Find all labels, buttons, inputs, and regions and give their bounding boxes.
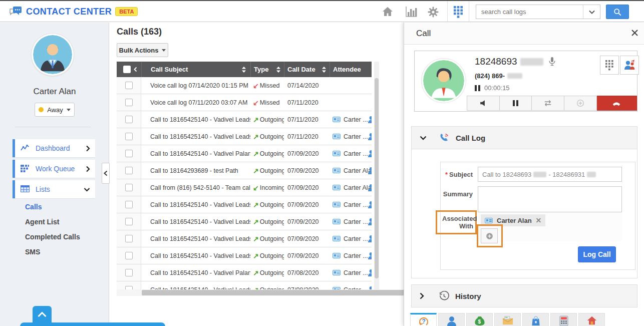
sidebar-item-lists[interactable]: Lists bbox=[13, 180, 95, 198]
call-row[interactable]: Call to 18165425140 - Vadivel Leads - le… bbox=[117, 111, 372, 128]
subnav-item[interactable]: Completed Calls bbox=[25, 233, 100, 245]
status-dropdown[interactable]: Away bbox=[35, 103, 75, 117]
call-subject: Call to 18165425140 - Vadivel Leads - PS… bbox=[150, 218, 250, 225]
subnav-item[interactable]: Calls bbox=[25, 203, 100, 215]
dialer-panel-edge[interactable] bbox=[20, 322, 165, 326]
row-checkbox[interactable] bbox=[125, 116, 133, 123]
call-subject-cell: Call to 18165425140 - Vadivel Leads - PS… bbox=[141, 230, 250, 247]
call-subject-cell: Call to 18165425140 - Vadivel Leads - PS… bbox=[141, 213, 250, 230]
bulk-actions-button[interactable]: Bulk Actions bbox=[117, 43, 168, 57]
column-header-call-subject[interactable]: Call Subject bbox=[141, 62, 250, 77]
add-call-button[interactable] bbox=[564, 96, 597, 111]
attendee-person-icon bbox=[368, 252, 372, 259]
row-checkbox[interactable] bbox=[125, 201, 133, 208]
remove-contact-icon[interactable]: ✕ bbox=[536, 216, 542, 224]
call-row[interactable]: Call from (816) 542-5140 - Team calls PS… bbox=[117, 179, 372, 196]
column-header-type[interactable]: Type bbox=[250, 62, 284, 77]
call-row[interactable]: Call to 18164293689 - test Path Outgoing… bbox=[117, 162, 372, 179]
table-header: Call Subject Type Call Date Attendee bbox=[117, 62, 372, 77]
expand-dialer-button[interactable] bbox=[33, 306, 52, 323]
subnav-item[interactable]: Agent List bbox=[25, 218, 100, 230]
vertical-scrollbar-thumb[interactable] bbox=[375, 78, 379, 278]
call-row[interactable]: Call to 18165425140 - Vadivel Leads - An… bbox=[117, 196, 372, 213]
end-call-button[interactable] bbox=[597, 96, 637, 111]
transfer-to-contact-button[interactable] bbox=[620, 56, 639, 75]
attendee-name: Carter ... bbox=[344, 218, 368, 225]
call-row[interactable]: Call to 18165425140 - Vadivel Palanivelu… bbox=[117, 264, 372, 281]
call-row[interactable]: Call to 18165425140 - Vadivel Leads- RTc… bbox=[117, 247, 372, 264]
log-call-button[interactable]: Log Call bbox=[578, 246, 616, 262]
speaker-button[interactable] bbox=[467, 96, 500, 111]
invoices-tab[interactable] bbox=[494, 313, 521, 326]
row-checkbox[interactable] bbox=[125, 218, 133, 225]
sidebar-collapse-handle[interactable] bbox=[102, 163, 110, 184]
search-button[interactable] bbox=[606, 5, 629, 19]
row-select-cell bbox=[117, 94, 141, 111]
row-checkbox[interactable] bbox=[125, 133, 133, 140]
call-type-icon bbox=[253, 150, 259, 157]
sort-icon bbox=[321, 66, 327, 73]
call-type: Outgoing bbox=[260, 150, 284, 157]
row-checkbox[interactable] bbox=[125, 252, 133, 259]
related-info-tab[interactable]: ? bbox=[410, 313, 437, 326]
call-date-cell: 07/08/2020 bbox=[284, 264, 330, 281]
column-header-call-date[interactable]: Call Date bbox=[284, 62, 330, 77]
settings-gear-icon[interactable] bbox=[427, 6, 440, 18]
call-subject: Call to 18165425140 - Vadivel Palanivelu bbox=[150, 269, 250, 276]
contact-tab[interactable] bbox=[438, 313, 465, 326]
user-avatar[interactable] bbox=[32, 34, 74, 76]
call-row[interactable]: Voice call log 07/14/2020 01:15 PM Misse… bbox=[117, 77, 372, 94]
in-call-dialpad-button[interactable] bbox=[600, 56, 619, 75]
vertical-scrollbar[interactable] bbox=[374, 62, 379, 294]
sidebar: Carter Alan Away Dashboard Work Que bbox=[0, 23, 109, 326]
close-icon[interactable] bbox=[631, 29, 640, 38]
row-select-cell bbox=[117, 179, 141, 196]
search-input[interactable] bbox=[476, 8, 583, 16]
attendee-person-icon bbox=[368, 150, 372, 157]
attendee-cell bbox=[330, 77, 372, 94]
calculator-tab[interactable] bbox=[550, 313, 577, 326]
deals-tab[interactable]: $ bbox=[466, 313, 493, 326]
row-checkbox[interactable] bbox=[125, 167, 133, 174]
search-scope-dropdown[interactable] bbox=[583, 5, 600, 19]
home-icon[interactable] bbox=[382, 6, 395, 18]
row-checkbox[interactable] bbox=[125, 150, 133, 157]
select-all-checkbox[interactable] bbox=[123, 66, 131, 73]
row-checkbox[interactable] bbox=[125, 99, 133, 106]
call-row[interactable]: Voice call log 07/11/2020 03:07 AM Misse… bbox=[117, 94, 372, 111]
sidebar-item-work-queue[interactable]: Work Queue bbox=[13, 160, 95, 178]
row-checkbox[interactable] bbox=[125, 235, 133, 242]
swap-calls-button[interactable] bbox=[532, 96, 564, 111]
call-row[interactable]: Call to 18165425140 - Vadivel Palanivelu… bbox=[117, 145, 372, 162]
brand-logo[interactable]: CONTACT CENTER BETA bbox=[9, 5, 138, 18]
call-log-section-header[interactable]: Call Log bbox=[412, 127, 637, 149]
history-section-header[interactable]: History bbox=[412, 285, 637, 307]
home-tab[interactable] bbox=[578, 313, 605, 326]
row-checkbox[interactable] bbox=[125, 184, 133, 191]
horizontal-scrollbar[interactable] bbox=[117, 289, 411, 296]
associated-with-label: Associated With bbox=[442, 215, 473, 230]
row-checkbox[interactable] bbox=[125, 269, 133, 276]
row-checkbox[interactable] bbox=[125, 82, 133, 89]
call-subject-cell: Call to 18165425140 - Vadivel Leads - le… bbox=[141, 111, 250, 128]
column-header-attendee[interactable]: Attendee bbox=[330, 62, 372, 77]
bar-chart-icon[interactable] bbox=[405, 6, 418, 18]
call-row[interactable]: Call to 18165425140 - Vadivel Leads - PS… bbox=[117, 213, 372, 230]
subject-input[interactable]: Call to 18248693 - 182486931 bbox=[478, 167, 622, 182]
search-icon bbox=[613, 8, 622, 17]
attendee-name: Carter ... bbox=[344, 252, 368, 259]
call-type-cell: Outgoing bbox=[250, 247, 284, 264]
call-row[interactable]: Call to 18165425140 - Vadivel Leads - Cu… bbox=[117, 128, 372, 145]
work-queue-grid-icon bbox=[21, 165, 30, 173]
hold-button[interactable] bbox=[500, 96, 532, 111]
call-subject-cell: Call from (816) 542-5140 - Team calls PS… bbox=[141, 179, 250, 196]
subnav-item[interactable]: SMS bbox=[25, 248, 100, 260]
call-row[interactable]: Call to 18165425140 - Vadivel Leads - PS… bbox=[117, 230, 372, 247]
collapse-column-icon[interactable] bbox=[134, 67, 137, 72]
dialpad-icon[interactable] bbox=[447, 1, 469, 22]
purchases-tab[interactable] bbox=[522, 313, 549, 326]
contact-card-icon bbox=[333, 117, 341, 122]
sidebar-item-dashboard[interactable]: Dashboard bbox=[13, 139, 95, 157]
summary-input[interactable] bbox=[478, 186, 622, 212]
horizontal-scrollbar-thumb[interactable] bbox=[142, 290, 411, 295]
